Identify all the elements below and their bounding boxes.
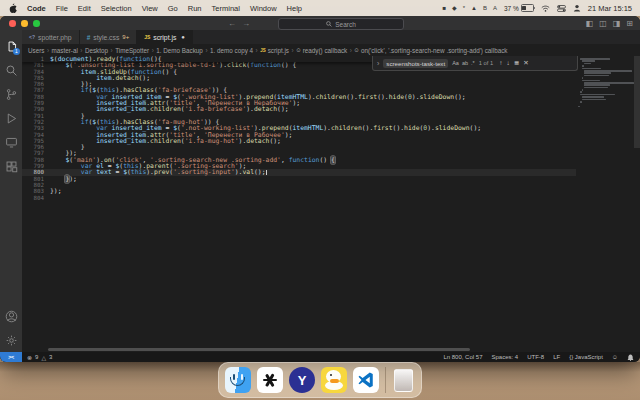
horizontal-scrollbar[interactable] bbox=[48, 348, 470, 352]
code-lines[interactable]: 1$(document).ready(function(){781 $('.un… bbox=[22, 56, 576, 201]
minimap[interactable] bbox=[578, 58, 634, 111]
user-switch-icon[interactable] bbox=[573, 4, 581, 12]
menu-help[interactable]: Help bbox=[287, 4, 302, 13]
menubar-app-icon-3[interactable]: * bbox=[463, 5, 465, 11]
sidebar-item-remote-explorer[interactable] bbox=[0, 130, 22, 154]
find-input[interactable]: screenshots-task-text bbox=[383, 59, 448, 68]
tab-spotter.php[interactable]: <?spotter.php bbox=[22, 30, 80, 44]
breadcrumb-item[interactable]: 1. demo copy 4 bbox=[210, 47, 253, 54]
breadcrumb[interactable]: Users›master-al›Desktop›TimeSpotter›1. D… bbox=[22, 44, 640, 56]
explorer-unsaved-badge: 1 bbox=[13, 48, 20, 55]
notifications-bell-icon[interactable] bbox=[627, 354, 634, 361]
status-cursor-position[interactable]: Ln 800, Col 57 bbox=[443, 354, 482, 360]
problems-indicator[interactable]: ⊗ 9 △ 3 bbox=[27, 354, 52, 361]
line-content: var text = $(this).prev('.sorting-input'… bbox=[50, 169, 267, 175]
breadcrumb-item[interactable]: master-al bbox=[52, 47, 78, 54]
breadcrumb-item[interactable]: 1. Demo Backup bbox=[156, 47, 203, 54]
find-results-count: 1 of 1 bbox=[479, 60, 494, 66]
menubar-app-icon-2[interactable]: ◆ bbox=[452, 5, 457, 11]
tab-problems-badge: 9+ bbox=[122, 34, 129, 40]
menu-view[interactable]: View bbox=[142, 4, 158, 13]
status-indentation[interactable]: Spaces: 4 bbox=[491, 354, 518, 360]
vscode-icon[interactable] bbox=[353, 367, 379, 393]
tab-script.js[interactable]: JSscript.js● bbox=[137, 30, 193, 44]
sidebar-item-run-debug[interactable] bbox=[0, 106, 22, 130]
code-line-804[interactable]: 804 bbox=[22, 195, 576, 201]
nav-forward-icon[interactable]: → bbox=[242, 19, 250, 28]
find-in-selection-button[interactable]: ≣ bbox=[514, 59, 519, 67]
close-window-button[interactable] bbox=[9, 20, 16, 27]
settings-button[interactable] bbox=[0, 328, 22, 352]
menubar-app-icon-6[interactable]: A bbox=[493, 5, 497, 11]
zoom-window-button[interactable] bbox=[33, 20, 40, 27]
search-icon bbox=[326, 21, 332, 27]
sidebar-item-search[interactable] bbox=[0, 58, 22, 82]
layout-toggle-icon-2[interactable]: ◫ bbox=[599, 19, 607, 28]
match-case-toggle[interactable]: Aa bbox=[452, 60, 459, 66]
menubar-app-icon-4[interactable]: ▲ bbox=[471, 5, 477, 11]
method-icon: ⊙ bbox=[296, 47, 301, 53]
prev-match-button[interactable]: ↑ bbox=[499, 59, 502, 67]
breadcrumb-item[interactable]: Desktop bbox=[85, 47, 108, 54]
sidebar-item-extensions[interactable] bbox=[0, 154, 22, 178]
whole-word-toggle[interactable]: ab bbox=[462, 60, 468, 66]
extensions-icon bbox=[5, 160, 18, 173]
regex-toggle[interactable]: .* bbox=[471, 60, 475, 66]
title-bar[interactable]: ← → Search ◧◫◨⊞ bbox=[0, 16, 640, 30]
layout-toggle-icon-4[interactable]: ⊞ bbox=[626, 19, 633, 28]
menu-go[interactable]: Go bbox=[168, 4, 178, 13]
tab-style.css[interactable]: #style.css9+ bbox=[80, 30, 138, 44]
code-editor[interactable]: 1$(document).ready(function(){781 $('.un… bbox=[22, 56, 640, 352]
battery-indicator[interactable]: 37 % bbox=[504, 4, 534, 12]
menu-code[interactable]: Code bbox=[27, 4, 46, 13]
wifi-icon[interactable] bbox=[541, 5, 550, 12]
remote-indicator[interactable]: >< bbox=[0, 352, 22, 362]
status-eol[interactable]: LF bbox=[553, 354, 560, 360]
apple-menu-icon[interactable] bbox=[9, 3, 17, 13]
vertical-scrollbar[interactable] bbox=[634, 56, 640, 148]
line-number: 804 bbox=[22, 195, 50, 201]
minimize-window-button[interactable] bbox=[21, 20, 28, 27]
modified-dot-icon[interactable]: ● bbox=[181, 34, 185, 40]
menu-window[interactable]: Window bbox=[250, 4, 277, 13]
command-center-search[interactable]: Search bbox=[278, 18, 404, 30]
breadcrumb-item[interactable]: script.js bbox=[268, 47, 289, 54]
find-expand-chevron-icon[interactable]: › bbox=[377, 60, 379, 67]
layout-toggle-icon-3[interactable]: ◨ bbox=[613, 19, 621, 28]
breadcrumb-item[interactable]: Users bbox=[28, 47, 44, 54]
menu-selection[interactable]: Selection bbox=[101, 4, 132, 13]
status-language-mode[interactable]: {} JavaScript bbox=[569, 354, 603, 360]
menu-terminal[interactable]: Terminal bbox=[212, 4, 240, 13]
next-match-button[interactable]: ↓ bbox=[506, 59, 509, 67]
close-find-button[interactable]: ✕ bbox=[523, 59, 528, 67]
accounts-button[interactable] bbox=[0, 304, 22, 328]
duck-app-icon[interactable] bbox=[321, 367, 347, 393]
run-debug-icon bbox=[5, 112, 18, 125]
status-encoding[interactable]: UTF-8 bbox=[527, 354, 544, 360]
finder-icon[interactable] bbox=[225, 367, 251, 393]
menubar-app-icon-1[interactable]: ■ bbox=[442, 5, 446, 11]
find-widget: › screenshots-task-text Aaab.* 1 of 1 ↑↓… bbox=[372, 56, 578, 71]
menubar-app-icon-5[interactable]: B bbox=[483, 5, 487, 11]
sidebar-item-explorer[interactable]: 1 bbox=[0, 34, 22, 58]
menu-file[interactable]: File bbox=[56, 4, 68, 13]
breadcrumb-item[interactable]: ready() callback bbox=[303, 47, 347, 54]
dock: Y bbox=[218, 362, 422, 398]
menubar-clock[interactable]: 21 Mar 15:15 bbox=[588, 4, 632, 13]
control-center-icon[interactable] bbox=[557, 5, 566, 12]
menubar-status-icons: ■◆*▲BA bbox=[442, 5, 497, 11]
nav-back-icon[interactable]: ← bbox=[228, 19, 236, 28]
menu-edit[interactable]: Edit bbox=[78, 4, 91, 13]
find-toggles: Aaab.* bbox=[452, 60, 475, 66]
breadcrumb-item[interactable]: TimeSpotter bbox=[115, 47, 149, 54]
menu-run[interactable]: Run bbox=[188, 4, 202, 13]
yandex-browser-icon[interactable]: Y bbox=[289, 367, 315, 393]
dock-divider bbox=[385, 367, 386, 393]
breadcrumb-separator: › bbox=[47, 47, 49, 54]
layout-toggle-icon-1[interactable]: ◧ bbox=[586, 19, 594, 28]
breadcrumb-item[interactable]: on('click', '.sorting-search-new .sortin… bbox=[361, 47, 508, 54]
feedback-icon[interactable]: ☺ bbox=[612, 354, 618, 360]
sidebar-item-source-control[interactable] bbox=[0, 82, 22, 106]
chatgpt-icon[interactable] bbox=[257, 367, 283, 393]
trash-icon[interactable] bbox=[394, 369, 413, 392]
